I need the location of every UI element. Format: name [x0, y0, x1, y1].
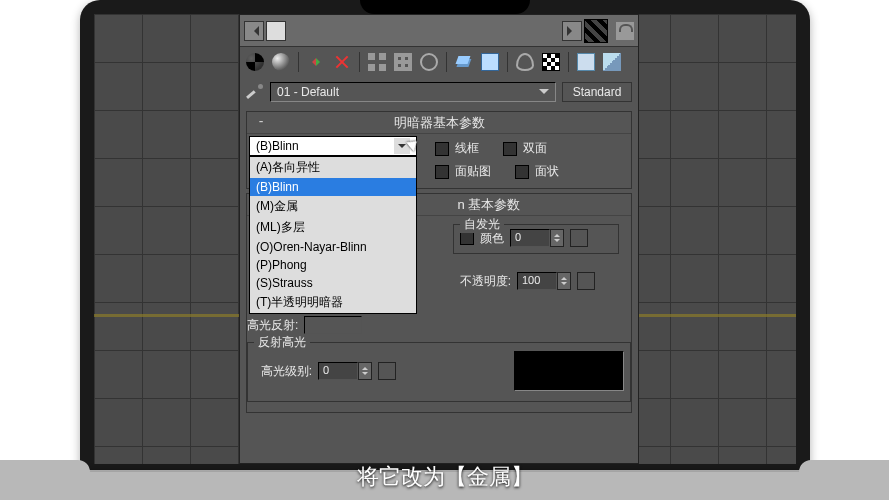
shader-option-strauss[interactable]: (S)Strauss	[250, 274, 416, 292]
shader-option-metal[interactable]: (M)金属	[250, 196, 416, 217]
put-to-library-icon[interactable]	[394, 53, 412, 71]
rollout-header[interactable]: - 明暗器基本参数	[247, 112, 631, 134]
checkbox-icon	[435, 165, 449, 179]
spinner-buttons[interactable]	[358, 362, 372, 380]
rollout-title: 明暗器基本参数	[394, 115, 485, 130]
spinner-buttons[interactable]	[557, 272, 571, 290]
chevron-right-icon	[567, 26, 577, 36]
checkbox-label: 双面	[523, 140, 547, 157]
screen: 01 - Default Standard - 明暗器基本参数	[94, 14, 796, 464]
separator	[446, 52, 447, 72]
strip-prev-button[interactable]	[244, 21, 264, 41]
shader-type-select[interactable]: (B)Blinn	[249, 136, 417, 156]
two-sided-checkbox[interactable]: 双面	[503, 140, 547, 157]
self-illumination-group: 自发光 颜色 0	[453, 224, 619, 254]
video-caption: 将它改为【金属】	[357, 462, 533, 492]
specular-highlight-group: 反射高光 高光级别: 0	[247, 342, 631, 402]
face-map-checkbox[interactable]: 面贴图	[435, 163, 491, 180]
chevron-down-icon	[539, 89, 549, 99]
go-forward-icon[interactable]	[542, 53, 560, 71]
specular-color-swatch[interactable]	[304, 316, 362, 334]
specular-level-label: 高光级别:	[254, 363, 312, 380]
shader-basic-rollout: - 明暗器基本参数 线框 双面	[246, 111, 632, 189]
go-to-parent-icon[interactable]	[516, 53, 534, 71]
chevron-left-icon	[249, 26, 259, 36]
show-end-result-icon[interactable]	[481, 53, 499, 71]
map-slot-button[interactable]	[570, 229, 588, 247]
separator	[298, 52, 299, 72]
background-toggle[interactable]	[584, 19, 608, 43]
show-map-icon[interactable]	[455, 53, 473, 71]
separator	[359, 52, 360, 72]
material-name-row: 01 - Default Standard	[240, 77, 638, 107]
pick-material-icon[interactable]	[246, 83, 264, 101]
strip-next-button[interactable]	[562, 21, 582, 41]
get-material-icon[interactable]	[246, 53, 264, 71]
specular-level-spinner[interactable]: 0	[318, 362, 372, 380]
shader-option-blinn[interactable]: (B)Blinn	[250, 178, 416, 196]
spinner-value[interactable]: 100	[517, 272, 557, 290]
material-type-button[interactable]: Standard	[562, 82, 632, 102]
highlight-curve-preview	[514, 351, 624, 391]
sample-strip	[240, 15, 638, 47]
shader-option-orennayar[interactable]: (O)Oren-Nayar-Blinn	[250, 238, 416, 256]
select-by-material-icon[interactable]	[603, 53, 621, 71]
options-icon[interactable]	[577, 53, 595, 71]
checkbox-icon	[435, 142, 449, 156]
strip-slot-selected[interactable]	[266, 21, 286, 41]
opacity-spinner[interactable]: 100	[517, 272, 571, 290]
material-id-icon[interactable]	[420, 53, 438, 71]
laptop-frame: 01 - Default Standard - 明暗器基本参数	[80, 0, 810, 470]
self-illum-checkbox[interactable]	[460, 231, 474, 245]
lock-icon[interactable]	[616, 22, 634, 40]
shader-selected-text: (B)Blinn	[256, 139, 299, 153]
material-name-dropdown[interactable]: 01 - Default	[270, 82, 556, 102]
spinner-value[interactable]: 0	[510, 229, 550, 247]
put-to-scene-icon[interactable]	[272, 53, 290, 71]
material-editor-panel: 01 - Default Standard - 明暗器基本参数	[239, 14, 639, 464]
checkbox-label: 面贴图	[455, 163, 491, 180]
make-unique-icon[interactable]	[368, 53, 386, 71]
material-toolbar	[240, 47, 638, 77]
shader-option-translucent[interactable]: (T)半透明明暗器	[250, 292, 416, 313]
shader-option-phong[interactable]: (P)Phong	[250, 256, 416, 274]
checkbox-icon	[503, 142, 517, 156]
checkbox-label: 线框	[455, 140, 479, 157]
assign-to-selection-icon[interactable]	[307, 53, 325, 71]
spinner-value[interactable]: 0	[318, 362, 358, 380]
map-slot-button[interactable]	[378, 362, 396, 380]
material-name-text: 01 - Default	[277, 85, 339, 99]
opacity-label: 不透明度:	[453, 273, 511, 290]
specular-color-label: 高光反射:	[247, 317, 298, 334]
shader-option-anisotropic[interactable]: (A)各向异性	[250, 157, 416, 178]
spinner-buttons[interactable]	[550, 229, 564, 247]
group-title: 反射高光	[254, 334, 310, 351]
reset-map-icon[interactable]	[333, 53, 351, 71]
self-illum-spinner[interactable]: 0	[510, 229, 564, 247]
separator	[507, 52, 508, 72]
wireframe-checkbox[interactable]: 线框	[435, 140, 479, 157]
cursor-icon	[407, 136, 421, 156]
checkbox-icon	[515, 165, 529, 179]
collapse-icon: -	[255, 116, 267, 128]
separator	[568, 52, 569, 72]
group-title: 自发光	[460, 216, 504, 233]
faceted-checkbox[interactable]: 面状	[515, 163, 559, 180]
shader-dropdown-list: (A)各向异性 (B)Blinn (M)金属 (ML)多层 (O)Oren-Na…	[249, 156, 417, 314]
checkbox-label: 面状	[535, 163, 559, 180]
notch	[360, 0, 530, 14]
shader-option-multilayer[interactable]: (ML)多层	[250, 217, 416, 238]
map-slot-button[interactable]	[577, 272, 595, 290]
